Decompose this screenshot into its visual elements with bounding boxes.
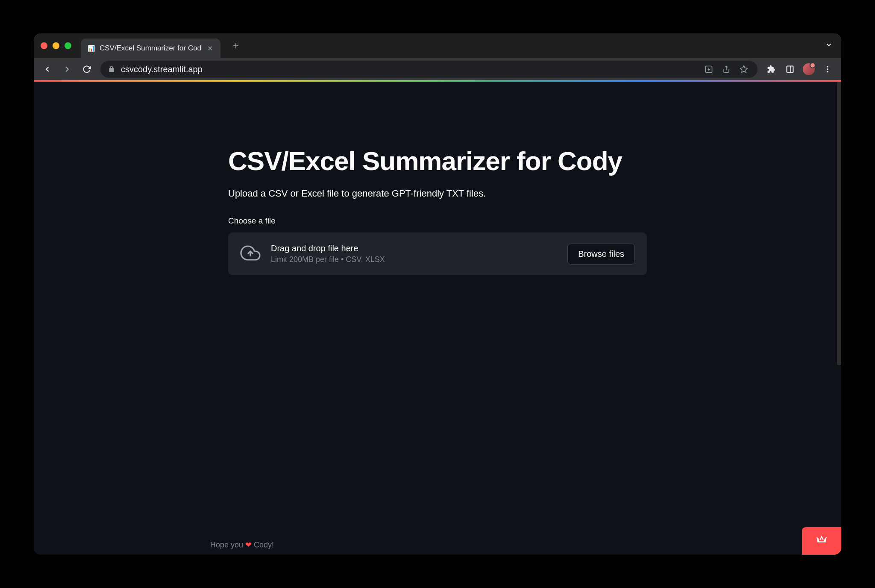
extensions-icon[interactable] bbox=[763, 61, 780, 78]
file-chooser-label: Choose a file bbox=[228, 216, 647, 226]
tab-favicon-icon: 📊 bbox=[87, 44, 95, 53]
upload-limit-text: Limit 200MB per file • CSV, XLSX bbox=[271, 255, 557, 264]
footer-text: Hope you ❤ Cody! bbox=[210, 540, 629, 550]
heart-icon: ❤ bbox=[245, 541, 252, 549]
streamlit-badge[interactable] bbox=[802, 527, 841, 555]
url-text: csvcody.streamlit.app bbox=[121, 65, 697, 74]
toolbar-icons bbox=[763, 61, 836, 78]
footer-prefix: Hope you bbox=[210, 541, 245, 549]
footer-suffix: Cody! bbox=[252, 541, 274, 549]
side-panel-icon[interactable] bbox=[781, 61, 799, 78]
install-app-icon[interactable] bbox=[703, 65, 715, 74]
upload-main-text: Drag and drop file here bbox=[271, 244, 557, 253]
share-icon[interactable] bbox=[721, 65, 732, 73]
tab-title: CSV/Excel Summarizer for Cod bbox=[100, 44, 201, 53]
minimize-window-button[interactable] bbox=[53, 42, 59, 49]
maximize-window-button[interactable] bbox=[65, 42, 71, 49]
lock-icon bbox=[108, 66, 115, 73]
page-content: CSV/Excel Summarizer for Cody Upload a C… bbox=[34, 82, 841, 555]
browser-tab[interactable]: 📊 CSV/Excel Summarizer for Cod ✕ bbox=[81, 38, 220, 58]
browser-menu-icon[interactable] bbox=[819, 61, 836, 78]
new-tab-button[interactable]: + bbox=[229, 39, 243, 53]
browse-files-button[interactable]: Browse files bbox=[567, 244, 635, 265]
back-button[interactable] bbox=[39, 61, 56, 78]
upload-text-group: Drag and drop file here Limit 200MB per … bbox=[271, 244, 557, 264]
file-upload-dropzone[interactable]: Drag and drop file here Limit 200MB per … bbox=[228, 232, 647, 275]
svg-point-7 bbox=[827, 68, 828, 70]
tab-bar: 📊 CSV/Excel Summarizer for Cod ✕ + bbox=[34, 33, 841, 58]
cloud-upload-icon bbox=[240, 243, 261, 265]
app-main: CSV/Excel Summarizer for Cody Upload a C… bbox=[228, 82, 647, 275]
forward-button[interactable] bbox=[59, 61, 76, 78]
address-toolbar: csvcody.streamlit.app bbox=[34, 58, 841, 80]
svg-marker-3 bbox=[740, 66, 748, 73]
window-controls bbox=[41, 42, 71, 49]
crown-icon bbox=[815, 533, 828, 549]
scrollbar[interactable] bbox=[837, 82, 841, 365]
profile-avatar[interactable] bbox=[800, 61, 817, 78]
page-title: CSV/Excel Summarizer for Cody bbox=[228, 146, 647, 176]
page-subtitle: Upload a CSV or Excel file to generate G… bbox=[228, 188, 647, 199]
svg-rect-4 bbox=[787, 66, 793, 73]
close-window-button[interactable] bbox=[41, 42, 47, 49]
reload-button[interactable] bbox=[78, 61, 95, 78]
tabs-dropdown-button[interactable] bbox=[825, 41, 833, 50]
address-bar[interactable]: csvcody.streamlit.app bbox=[100, 61, 758, 78]
close-tab-button[interactable]: ✕ bbox=[206, 44, 214, 53]
svg-point-6 bbox=[827, 66, 828, 68]
svg-point-8 bbox=[827, 71, 828, 72]
browser-window: 📊 CSV/Excel Summarizer for Cod ✕ + csvco… bbox=[34, 33, 841, 555]
bookmark-star-icon[interactable] bbox=[738, 65, 750, 74]
